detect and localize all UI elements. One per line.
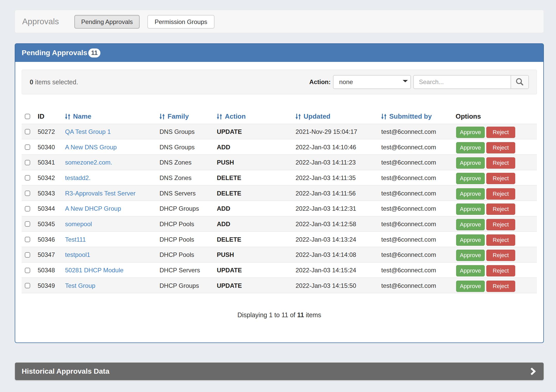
table-body: 50272 QA Test Group 1 DNS Groups UPDATE …	[22, 124, 537, 293]
tab-permission-groups[interactable]: Permission Groups	[147, 15, 215, 29]
row-checkbox[interactable]	[25, 191, 30, 196]
row-checkbox[interactable]	[25, 144, 30, 150]
approve-button[interactable]: Approve	[456, 250, 485, 261]
pending-approvals-panel: Pending Approvals 11 0 items selected. A…	[15, 43, 544, 343]
approve-button[interactable]: Approve	[456, 173, 485, 184]
search-input[interactable]	[414, 76, 511, 88]
row-name-link[interactable]: testadd2.	[65, 174, 91, 181]
row-name-link[interactable]: A New DNS Group	[65, 144, 117, 151]
column-header-family[interactable]: Family	[156, 108, 214, 124]
approve-button[interactable]: Approve	[456, 281, 485, 292]
cell-submitted-by: test@6connect.com	[378, 247, 452, 263]
cell-family: DNS Groups	[156, 124, 214, 139]
row-checkbox-cell	[22, 170, 35, 185]
cell-id: 50345	[35, 216, 62, 232]
row-checkbox-cell	[22, 216, 35, 232]
row-checkbox[interactable]	[25, 175, 30, 181]
row-name-link[interactable]: QA Test Group 1	[65, 128, 111, 135]
cell-options: ApproveReject	[452, 278, 537, 293]
sort-icon	[160, 114, 165, 119]
approve-button[interactable]: Approve	[456, 203, 485, 215]
approve-button[interactable]: Approve	[456, 127, 485, 138]
select-all-checkbox[interactable]	[25, 114, 30, 119]
column-header-action[interactable]: Action	[214, 108, 292, 124]
row-name-link[interactable]: A New DHCP Group	[65, 205, 121, 212]
reject-button[interactable]: Reject	[486, 250, 515, 261]
row-checkbox[interactable]	[25, 206, 30, 211]
cell-name: QA Test Group 1	[62, 124, 156, 139]
pagination-status: Displaying 1 to 11 of 11 items	[22, 311, 537, 319]
cell-options: ApproveReject	[452, 216, 537, 232]
approvals-table-wrap: ID Name Family Action Updated	[22, 108, 537, 293]
row-name-link[interactable]: R3-Approvals Test Server	[65, 190, 136, 197]
row-checkbox[interactable]	[25, 221, 30, 227]
table-row: 50340 A New DNS Group DNS Groups ADD 202…	[22, 139, 537, 155]
reject-button[interactable]: Reject	[486, 142, 515, 153]
row-name-link[interactable]: somezone2.com.	[65, 159, 112, 166]
reject-button[interactable]: Reject	[486, 281, 515, 292]
table-toolbar: 0 items selected. Action: none	[22, 70, 537, 94]
column-header-submitted-by[interactable]: Submitted by	[378, 108, 452, 124]
reject-button[interactable]: Reject	[486, 219, 515, 230]
row-checkbox[interactable]	[25, 252, 30, 258]
page-title: Approvals	[22, 17, 59, 26]
table-row: 50342 testadd2. DNS Zones DELETE 2022-Ja…	[22, 170, 537, 185]
cell-submitted-by: test@6connect.com	[378, 185, 452, 201]
approve-button[interactable]: Approve	[456, 188, 485, 200]
reject-button[interactable]: Reject	[486, 234, 515, 246]
row-checkbox[interactable]	[25, 129, 30, 134]
row-checkbox-cell	[22, 232, 35, 247]
cell-family: DHCP Groups	[156, 201, 214, 216]
cell-name: A New DHCP Group	[62, 201, 156, 216]
tab-pending-approvals[interactable]: Pending Approvals	[74, 15, 140, 29]
row-checkbox[interactable]	[25, 237, 30, 242]
cell-updated: 2021-Nov-29 15:04:17	[292, 124, 378, 139]
approve-button[interactable]: Approve	[456, 142, 485, 153]
cell-family: DNS Groups	[156, 139, 214, 155]
cell-submitted-by: test@6connect.com	[378, 154, 452, 170]
reject-button[interactable]: Reject	[486, 157, 515, 169]
cell-family: DNS Servers	[156, 185, 214, 201]
selected-text: items selected.	[33, 78, 78, 86]
row-name-link[interactable]: somepool	[65, 221, 92, 227]
cell-id: 50347	[35, 247, 62, 263]
reject-button[interactable]: Reject	[486, 127, 515, 138]
column-header-name[interactable]: Name	[62, 108, 156, 124]
reject-button[interactable]: Reject	[486, 173, 515, 184]
reject-button[interactable]: Reject	[486, 203, 515, 215]
selected-items-info: 0 items selected.	[30, 78, 78, 86]
approve-button[interactable]: Approve	[456, 265, 485, 276]
action-select[interactable]: none	[333, 75, 411, 89]
cell-name: A New DNS Group	[62, 139, 156, 155]
action-label: Action:	[309, 78, 331, 86]
cell-options: ApproveReject	[452, 247, 537, 263]
cell-options: ApproveReject	[452, 232, 537, 247]
cell-action: PUSH	[214, 247, 292, 263]
row-checkbox-cell	[22, 201, 35, 216]
approve-button[interactable]: Approve	[456, 234, 485, 246]
approve-button[interactable]: Approve	[456, 157, 485, 169]
cell-options: ApproveReject	[452, 201, 537, 216]
search-button[interactable]	[511, 76, 528, 88]
row-checkbox[interactable]	[25, 268, 30, 273]
table-row: 50345 somepool DHCP Pools ADD 2022-Jan-0…	[22, 216, 537, 232]
cell-id: 50348	[35, 262, 62, 278]
row-checkbox[interactable]	[25, 283, 30, 288]
approve-button[interactable]: Approve	[456, 219, 485, 230]
row-name-link[interactable]: Test Group	[65, 282, 95, 289]
cell-action: PUSH	[214, 154, 292, 170]
approvals-table: ID Name Family Action Updated	[22, 108, 537, 293]
row-name-link[interactable]: Test111	[65, 236, 86, 243]
table-row: 50344 A New DHCP Group DHCP Groups ADD 2…	[22, 201, 537, 216]
row-checkbox-cell	[22, 247, 35, 263]
row-checkbox[interactable]	[25, 160, 30, 165]
row-name-link[interactable]: 50281 DHCP Module	[65, 267, 123, 274]
row-name-link[interactable]: testpool1	[65, 251, 90, 258]
historical-approvals-bar[interactable]: Historical Approvals Data	[15, 362, 544, 380]
column-header-updated[interactable]: Updated	[292, 108, 378, 124]
cell-family: DHCP Pools	[156, 216, 214, 232]
cell-submitted-by: test@6connect.com	[378, 139, 452, 155]
cell-updated: 2022-Jan-03 14:11:56	[292, 185, 378, 201]
reject-button[interactable]: Reject	[486, 265, 515, 276]
reject-button[interactable]: Reject	[486, 188, 515, 200]
